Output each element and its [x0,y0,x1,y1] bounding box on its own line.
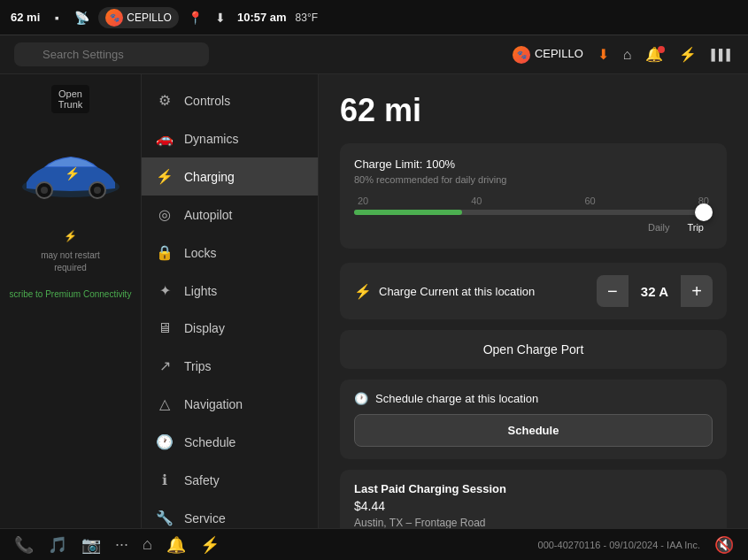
sidebar-item-dynamics[interactable]: 🚗 Dynamics [142,119,318,157]
charge-current-icon: ⚡ [354,283,372,300]
autopilot-icon: ◎ [156,206,174,223]
safety-icon: ℹ [156,472,174,488]
main-layout: OpenTrunk ⚡ ⚡ may not restartrequired sc… [0,74,748,528]
sidebar-item-charging[interactable]: ⚡ Charging [142,157,318,196]
charge-limit-label: Charge Limit: 100% [354,157,713,171]
last-session-section: Last Paid Charging Session $4.44 Austin,… [340,470,727,528]
schedule-label: Schedule [184,435,235,449]
signal-icon: ▌▌▌ [711,49,734,61]
wifi-icon: 📡 [73,10,89,26]
charge-current-section: ⚡ Charge Current at this location − 32 A… [340,263,727,319]
controls-icon: ⚙ [156,92,174,109]
location-icon: 📍 [188,10,204,26]
restart-note: may not restartrequired [41,249,100,274]
daily-mode-tab[interactable]: Daily [639,220,678,234]
charge-current-label: ⚡ Charge Current at this location [354,283,535,300]
trips-icon: ↗ [156,357,174,374]
search-bar: 🔍 🐾 CEPILLO ⬇ ⌂ 🔔 ⚡ ▌▌▌ [0,35,748,74]
open-trunk-label[interactable]: OpenTrunk [51,85,90,113]
search-bar-right: 🐾 CEPILLO ⬇ ⌂ 🔔 ⚡ ▌▌▌ [513,45,734,64]
trip-mode-tab[interactable]: Trip [678,220,713,234]
schedule-button[interactable]: Schedule [354,414,713,447]
locks-icon: 🔒 [156,244,174,261]
bluetooth-icon[interactable]: ⚡ [679,46,697,63]
search-wrapper: 🔍 [14,42,209,66]
open-charge-port-button[interactable]: Open Charge Port [340,330,727,369]
svg-text:⚡: ⚡ [65,166,81,181]
last-session-location: Austin, TX – Frontage Road [354,517,713,528]
last-session-title: Last Paid Charging Session [354,482,713,495]
navigation-icon: △ [156,395,174,412]
apps-icon-taskbar[interactable]: ··· [115,535,128,554]
car-image: ⚡ [9,120,133,226]
sidebar-item-navigation[interactable]: △ Navigation [142,385,318,423]
battery-icon-top: ▪ [49,10,65,26]
display-icon: 🖥 [156,320,174,336]
service-label: Service [184,511,226,525]
slider-labels: 20 40 60 80 [354,196,713,206]
slider-thumb[interactable] [695,203,713,221]
schedule-header-text: Schedule charge at this location [375,392,538,405]
lights-label: Lights [184,284,217,298]
slider-mark-20: 20 [358,196,368,206]
last-session-cost: $4.44 [354,499,713,513]
sidebar-item-safety[interactable]: ℹ Safety [142,461,318,499]
bell-icon-taskbar[interactable]: 🔔 [166,535,186,555]
bell-badge [658,46,665,53]
autopilot-label: Autopilot [184,208,232,222]
avatar-search: 🐾 [513,46,530,64]
download-icon: ⬇ [212,10,228,26]
phone-icon-taskbar[interactable]: 📞 [14,535,34,555]
home-icon-search[interactable]: ⌂ [623,47,632,63]
slider-mark-40: 40 [471,196,482,206]
range-display-top: 62 mi [11,11,40,24]
slider-track[interactable] [354,210,713,215]
footer-text: 000-40270116 - 09/10/2024 - IAA Inc. [538,540,700,550]
sidebar: ⚙ Controls 🚗 Dynamics ⚡ Charging ◎ Autop… [142,74,319,528]
sidebar-item-locks[interactable]: 🔒 Locks [142,234,318,272]
status-bar: 62 mi ▪ 📡 🐾 CEPILLO 📍 ⬇ 10:57 am 83°F [0,0,748,35]
taskbar: 📞 🎵 📷 ··· ⌂ 🔔 ⚡ 000-40270116 - 09/10/202… [0,528,748,560]
sidebar-item-display[interactable]: 🖥 Display [142,310,318,347]
charge-limit-sublabel: 80% recommended for daily driving [354,174,713,185]
charge-current-control: − 32 A + [597,275,713,307]
schedule-section: 🕐 Schedule charge at this location Sched… [340,380,727,459]
svg-point-4 [94,187,101,194]
slider-mark-60: 60 [585,196,596,206]
display-label: Display [184,321,225,335]
dynamics-icon: 🚗 [156,130,174,147]
home-icon-taskbar[interactable]: ⌂ [143,535,152,554]
volume-icon-taskbar[interactable]: 🔇 [714,535,734,555]
charging-icon-taskbar[interactable]: ⚡ [200,535,220,555]
increase-charge-button[interactable]: + [681,275,713,307]
user-badge-top: 🐾 CEPILLO [98,7,179,28]
download-icon-search[interactable]: ⬇ [598,46,609,63]
trips-label: Trips [184,359,212,373]
search-input[interactable] [14,42,209,66]
sidebar-item-service[interactable]: 🔧 Service [142,499,318,528]
lights-icon: ✦ [156,282,174,299]
decrease-charge-button[interactable]: − [597,275,628,307]
slider-mode-tabs: Daily Trip [354,220,713,234]
charging-label: Charging [184,170,235,184]
camera-icon-taskbar[interactable]: 📷 [81,535,101,555]
connectivity-note: scribe to Premium Connectivity [10,288,132,301]
dynamics-label: Dynamics [184,132,238,146]
avatar-small: 🐾 [105,9,123,27]
clock-icon: 🕐 [354,392,368,405]
charge-current-text: Charge Current at this location [379,285,535,298]
sidebar-item-lights[interactable]: ✦ Lights [142,272,318,310]
sidebar-item-trips[interactable]: ↗ Trips [142,347,318,385]
sidebar-item-autopilot[interactable]: ◎ Autopilot [142,196,318,234]
music-icon-taskbar[interactable]: 🎵 [48,535,67,555]
navigation-label: Navigation [184,397,243,411]
svg-point-2 [41,187,48,194]
sidebar-item-schedule[interactable]: 🕐 Schedule [142,423,318,461]
safety-label: Safety [184,473,220,487]
bell-icon-search[interactable]: 🔔 [645,46,665,63]
username-search: CEPILLO [535,47,583,60]
controls-label: Controls [184,94,230,108]
user-badge-search: 🐾 CEPILLO [513,45,582,64]
username-top: CEPILLO [127,12,172,24]
sidebar-item-controls[interactable]: ⚙ Controls [142,81,318,119]
